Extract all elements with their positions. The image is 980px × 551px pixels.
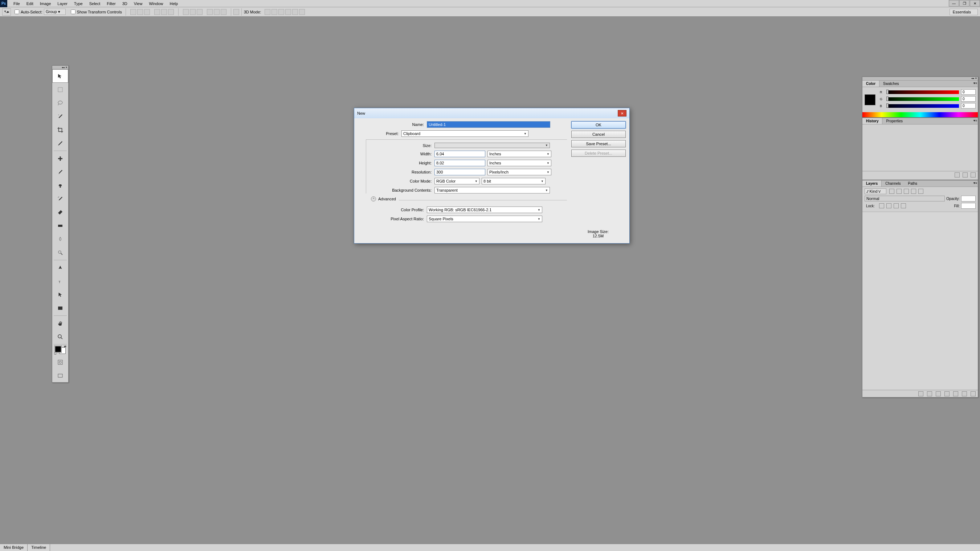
pen-tool[interactable] — [52, 261, 68, 274]
width-unit-dropdown[interactable]: Inches▼ — [487, 151, 551, 157]
menu-filter[interactable]: Filter — [103, 0, 119, 7]
history-brush-tool[interactable] — [52, 192, 68, 205]
lock-position-icon[interactable] — [894, 203, 899, 209]
auto-select-dropdown[interactable]: Group ▾ — [44, 9, 66, 15]
3d-zoom-icon[interactable] — [292, 9, 298, 15]
advanced-toggle[interactable]: ⌃ — [371, 196, 376, 201]
menu-edit[interactable]: Edit — [23, 0, 37, 7]
tab-history[interactable]: History — [862, 118, 882, 124]
tab-swatches[interactable]: Swatches — [880, 81, 902, 87]
zoom-tool[interactable] — [52, 330, 68, 343]
filter-kind-dropdown[interactable]: ᔑ Kind ᐯ — [865, 188, 886, 194]
adjustment-layer-icon[interactable] — [945, 391, 950, 397]
camera-icon[interactable] — [955, 172, 960, 177]
b-input[interactable] — [961, 103, 976, 108]
name-input[interactable] — [427, 121, 550, 128]
3d-pan-icon[interactable] — [278, 9, 284, 15]
restore-button[interactable]: ❐ — [959, 0, 969, 6]
blend-mode-dropdown[interactable]: Normal — [865, 196, 945, 201]
menu-3d[interactable]: 3D — [119, 0, 130, 7]
align-left-icon[interactable] — [154, 9, 160, 15]
lasso-tool[interactable] — [52, 96, 68, 110]
menu-file[interactable]: File — [10, 0, 23, 7]
lock-transparency-icon[interactable] — [879, 203, 884, 209]
align-right-icon[interactable] — [168, 9, 174, 15]
align-hcenter-icon[interactable] — [161, 9, 167, 15]
r-slider[interactable] — [886, 91, 959, 94]
rectangle-tool[interactable] — [52, 301, 68, 315]
filter-pixel-icon[interactable] — [889, 189, 894, 194]
magic-wand-tool[interactable] — [52, 110, 68, 123]
delete-preset-button[interactable]: Delete Preset... — [571, 150, 626, 157]
move-tool[interactable] — [52, 69, 68, 83]
layer-fx-icon[interactable] — [927, 391, 932, 397]
type-tool[interactable]: T — [52, 274, 68, 288]
dialog-titlebar[interactable]: New ✕ — [354, 108, 629, 118]
g-slider[interactable] — [886, 97, 959, 101]
menu-view[interactable]: View — [130, 0, 146, 7]
filter-type-icon[interactable] — [904, 189, 909, 194]
menu-select[interactable]: Select — [86, 0, 104, 7]
color-ramp[interactable] — [862, 112, 978, 117]
filter-shape-icon[interactable] — [911, 189, 916, 194]
healing-brush-tool[interactable] — [52, 152, 68, 165]
trash-icon[interactable] — [970, 172, 976, 177]
lock-all-icon[interactable] — [901, 203, 906, 209]
blur-tool[interactable] — [52, 232, 68, 246]
distribute-top-icon[interactable] — [183, 9, 189, 15]
distribute-right-icon[interactable] — [221, 9, 226, 15]
show-transform-checkbox[interactable] — [71, 10, 75, 14]
save-preset-button[interactable]: Save Preset... — [571, 140, 626, 147]
close-button[interactable]: ✕ — [970, 0, 980, 6]
layer-mask-icon[interactable] — [936, 391, 941, 397]
align-top-icon[interactable] — [130, 9, 136, 15]
eyedropper-tool[interactable] — [52, 137, 68, 150]
opacity-input[interactable] — [961, 196, 976, 201]
color-profile-dropdown[interactable]: Working RGB: sRGB IEC61966-2.1▼ — [427, 207, 542, 213]
bit-depth-dropdown[interactable]: 8 bit▼ — [482, 178, 546, 185]
filter-smart-icon[interactable] — [918, 189, 923, 194]
new-layer-icon[interactable] — [962, 391, 967, 397]
cancel-button[interactable]: Cancel — [571, 131, 626, 138]
minimize-button[interactable]: — — [949, 0, 959, 6]
marquee-tool[interactable] — [52, 83, 68, 96]
3d-orbit-icon[interactable] — [265, 9, 270, 15]
auto-align-icon[interactable] — [233, 9, 239, 15]
color-swatch[interactable]: ⇄ ◻ — [55, 346, 66, 354]
crop-tool[interactable] — [52, 123, 68, 137]
menu-help[interactable]: Help — [167, 0, 181, 7]
screen-mode-tool[interactable] — [52, 369, 68, 382]
tab-properties[interactable]: Properties — [882, 118, 906, 124]
height-unit-dropdown[interactable]: Inches▼ — [487, 160, 551, 166]
ok-button[interactable]: OK — [571, 121, 626, 129]
distribute-left-icon[interactable] — [207, 9, 213, 15]
3d-roll-icon[interactable] — [272, 9, 277, 15]
r-input[interactable] — [961, 89, 976, 95]
3d-camera-icon[interactable] — [299, 9, 305, 15]
color-mode-dropdown[interactable]: RGB Color▼ — [434, 178, 479, 185]
dialog-close-button[interactable]: ✕ — [618, 110, 627, 116]
filter-adjustment-icon[interactable] — [897, 189, 902, 194]
lock-brush-icon[interactable] — [886, 203, 891, 209]
distribute-hcenter-icon[interactable] — [214, 9, 220, 15]
clone-stamp-tool[interactable] — [52, 178, 68, 192]
b-slider[interactable] — [886, 104, 959, 108]
tools-header[interactable]: ◂◂ ✕ — [52, 66, 68, 69]
pixel-aspect-dropdown[interactable]: Square Pixels▼ — [427, 216, 542, 222]
panel-menu-icon[interactable]: ▾≡ — [974, 181, 977, 185]
align-bottom-icon[interactable] — [144, 9, 150, 15]
delete-layer-icon[interactable] — [970, 391, 976, 397]
menu-image[interactable]: Image — [37, 0, 54, 7]
quick-mask-tool[interactable] — [52, 355, 68, 369]
height-input[interactable] — [434, 160, 485, 166]
width-input[interactable] — [434, 151, 485, 157]
size-dropdown[interactable]: ▼ — [434, 143, 550, 148]
brush-tool[interactable] — [52, 165, 68, 178]
eraser-tool[interactable] — [52, 205, 68, 219]
color-preview[interactable] — [865, 94, 875, 105]
preset-dropdown[interactable]: Clipboard▼ — [401, 130, 528, 137]
panel-menu-icon[interactable]: ▾≡ — [974, 81, 977, 85]
new-snapshot-icon[interactable] — [963, 172, 968, 177]
menu-layer[interactable]: Layer — [54, 0, 71, 7]
auto-select-checkbox[interactable] — [14, 10, 19, 14]
